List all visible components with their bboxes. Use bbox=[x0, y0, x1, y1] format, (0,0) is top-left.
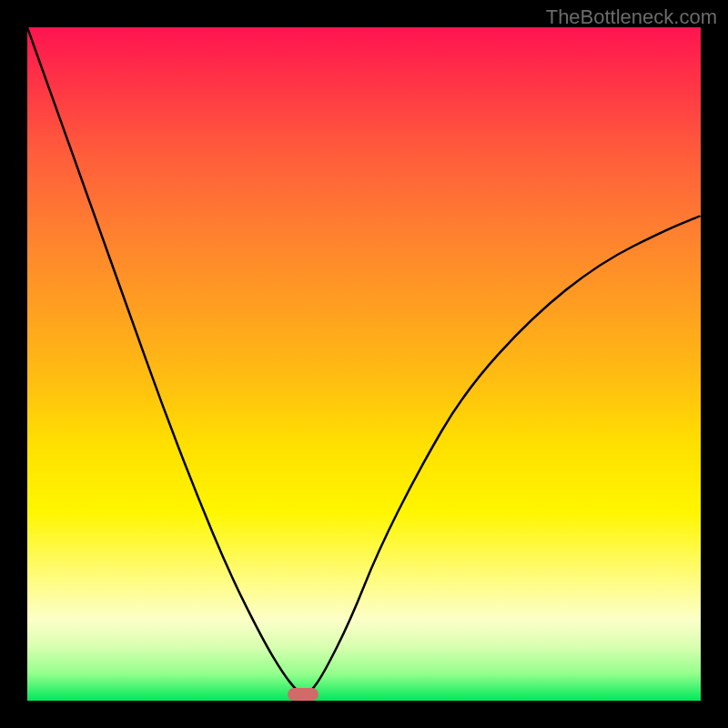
bottleneck-curve bbox=[27, 27, 701, 694]
watermark-text: TheBottleneck.com bbox=[546, 5, 717, 29]
plot-area bbox=[27, 27, 701, 701]
optimal-point-marker bbox=[288, 688, 318, 701]
curve-svg bbox=[27, 27, 701, 701]
